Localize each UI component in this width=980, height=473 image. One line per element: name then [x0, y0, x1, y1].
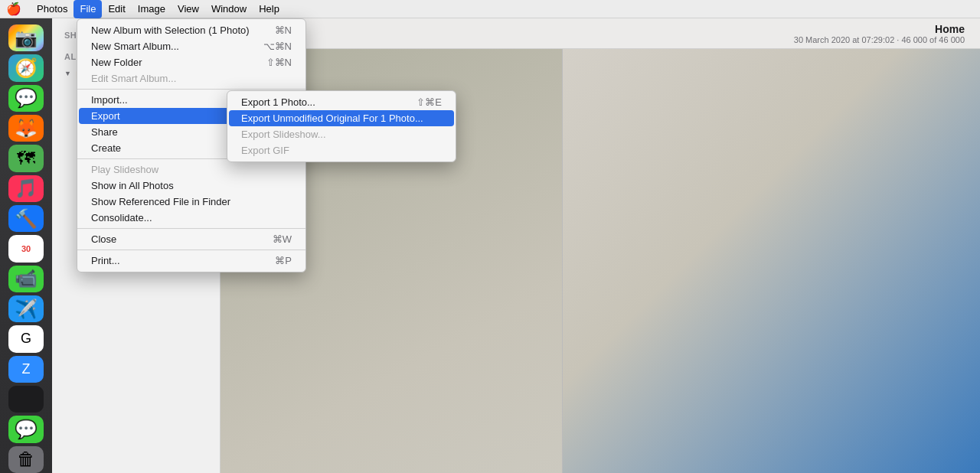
dock: 📷 🧭 💬 🦊 🗺 🎵 🔨 30 📹 ✈️ G Z 💬 🗑	[0, 18, 52, 473]
main-header: Home 30 March 2020 at 07:29:02 · 46 000 …	[220, 18, 980, 49]
dock-trash[interactable]: 🗑	[8, 446, 44, 473]
menubar-edit[interactable]: Edit	[102, 0, 131, 18]
menu-new-folder[interactable]: New Folder ⇧⌘N	[79, 54, 304, 70]
menu-edit-smart-album: Edit Smart Album...	[79, 70, 304, 86]
dock-facetime[interactable]: 📹	[8, 266, 44, 292]
export-submenu: Export 1 Photo... ⇧⌘E Export Unmodified …	[227, 90, 456, 162]
menu-separator-4	[77, 250, 305, 250]
dock-calendar[interactable]: 30	[8, 235, 44, 262]
menu-show-all-photos[interactable]: Show in All Photos	[79, 178, 304, 194]
submenu-shortcut: ⇧⌘E	[416, 96, 442, 108]
header-title-main: Home	[794, 23, 965, 35]
menubar-file[interactable]: File	[74, 0, 102, 18]
menubar-window[interactable]: Window	[205, 0, 253, 18]
submenu-export-gif: Export GIF	[229, 142, 454, 158]
dock-messages[interactable]: 💬	[8, 85, 44, 112]
main-content: Home 30 March 2020 at 07:29:02 · 46 000 …	[220, 18, 980, 473]
dock-photos[interactable]: 📷	[8, 24, 44, 51]
menubar: 🍎 Photos File Edit Image View Window Hel…	[0, 0, 980, 18]
menu-shortcut: ⌘N	[275, 24, 292, 36]
menu-shortcut: ⌘W	[273, 233, 292, 245]
menu-close[interactable]: Close ⌘W	[79, 231, 304, 247]
dock-google[interactable]: G	[8, 325, 44, 352]
menubar-help[interactable]: Help	[253, 0, 286, 18]
menu-new-smart-album[interactable]: New Smart Album... ⌥⌘N	[79, 38, 304, 54]
menu-separator-1	[77, 89, 305, 90]
menu-show-referenced[interactable]: Show Referenced File in Finder	[79, 194, 304, 210]
menu-separator-3	[77, 228, 305, 229]
header-title: Home 30 March 2020 at 07:29:02 · 46 000 …	[794, 23, 965, 44]
menubar-view[interactable]: View	[172, 0, 205, 18]
dock-app1[interactable]	[8, 386, 44, 413]
dock-zoom[interactable]: Z	[8, 356, 44, 383]
menu-shortcut: ⌘P	[275, 255, 292, 266]
dock-maps[interactable]: 🗺	[8, 145, 44, 171]
dock-xcode[interactable]: 🔨	[8, 205, 44, 232]
menu-print[interactable]: Print... ⌘P	[79, 253, 304, 269]
menubar-image[interactable]: Image	[132, 0, 172, 18]
submenu-export-slideshow: Export Slideshow...	[229, 126, 454, 142]
header-title-sub: 30 March 2020 at 07:29:02 · 46 000 of 46…	[794, 35, 965, 44]
dock-firefox[interactable]: 🦊	[8, 115, 44, 142]
apple-menu-icon[interactable]: 🍎	[6, 2, 21, 16]
dock-imessage[interactable]: 💬	[8, 416, 44, 442]
menu-shortcut: ⇧⌘N	[266, 57, 292, 68]
photo-detail-area	[562, 49, 980, 473]
menubar-photos[interactable]: Photos	[31, 0, 74, 18]
dock-telegram[interactable]: ✈️	[8, 295, 44, 322]
menu-shortcut: ⌥⌘N	[263, 41, 292, 52]
menu-consolidate[interactable]: Consolidate...	[79, 210, 304, 226]
menu-new-album[interactable]: New Album with Selection (1 Photo) ⌘N	[79, 22, 304, 38]
menu-play-slideshow[interactable]: Play Slideshow	[79, 161, 304, 178]
dock-music[interactable]: 🎵	[8, 175, 44, 202]
submenu-export-unmodified[interactable]: Export Unmodified Original For 1 Photo..…	[229, 110, 454, 126]
submenu-export-photo[interactable]: Export 1 Photo... ⇧⌘E	[229, 94, 454, 110]
chevron-down-icon: ▼	[64, 70, 71, 77]
dock-safari[interactable]: 🧭	[8, 54, 44, 81]
